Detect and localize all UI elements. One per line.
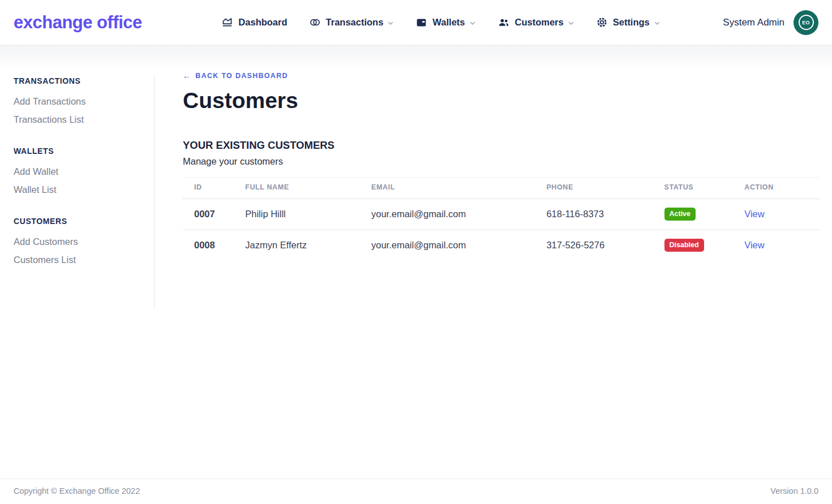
customer-email: your.email@gmail.com [371, 199, 546, 230]
main-content: ← Back to dashboard Customers YOUR EXIST… [155, 45, 832, 479]
nav-item-transactions[interactable]: Transactions [309, 16, 394, 28]
view-customer-link[interactable]: View [744, 240, 764, 250]
user-avatar[interactable]: EO [794, 10, 818, 35]
wallets-icon [415, 16, 427, 28]
sidebar-section-title: WALLETS [14, 147, 143, 156]
customer-full-name: Philip Hilll [245, 199, 371, 230]
back-arrow-icon: ← [183, 71, 191, 80]
customer-phone: 317-526-5276 [546, 230, 664, 261]
sidebar-section-title: CUSTOMERS [14, 217, 143, 226]
sidebar-item-transactions-list[interactable]: Transactions List [14, 111, 143, 129]
nav-label: Wallets [432, 17, 465, 28]
nav-item-customers[interactable]: Customers [498, 16, 574, 28]
avatar-monogram: EO [799, 15, 814, 30]
sidebar-inner: TRANSACTIONS Add Transactions Transactio… [0, 75, 155, 309]
sidebar-section-customers: CUSTOMERS Add Customers Customers List [14, 217, 143, 269]
section-title: YOUR EXISTING CUSTOMERS [183, 139, 820, 152]
top-header: exchange office Dashboard Transactions W… [0, 0, 832, 45]
nav-item-dashboard[interactable]: Dashboard [221, 16, 287, 28]
sidebar-item-add-transactions[interactable]: Add Transactions [14, 93, 143, 111]
page-body: TRANSACTIONS Add Transactions Transactio… [0, 45, 832, 479]
version-text: Version 1.0.0 [770, 486, 818, 496]
page-footer: Copyright © Exchange Office 2022 Version… [0, 479, 832, 504]
transactions-icon [309, 16, 321, 28]
nav-label: Transactions [326, 17, 384, 28]
page-title: Customers [183, 88, 820, 113]
nav-item-settings[interactable]: Settings [596, 16, 661, 28]
column-header-full-name: FULL NAME [245, 178, 371, 199]
nav-item-wallets[interactable]: Wallets [415, 16, 475, 28]
customer-phone: 618-116-8373 [546, 199, 664, 230]
column-header-email: EMAIL [371, 178, 546, 199]
back-to-dashboard-link[interactable]: ← Back to dashboard [183, 71, 288, 80]
back-link-label: Back to dashboard [195, 72, 288, 80]
sidebar: TRANSACTIONS Add Transactions Transactio… [0, 45, 155, 479]
sidebar-item-add-wallet[interactable]: Add Wallet [14, 163, 143, 181]
customers-table: ID FULL NAME EMAIL PHONE STATUS ACTION 0… [183, 177, 820, 261]
copyright-text: Copyright © Exchange Office 2022 [14, 486, 140, 496]
column-header-phone: PHONE [546, 178, 664, 199]
chevron-down-icon [569, 19, 574, 27]
sidebar-item-wallet-list[interactable]: Wallet List [14, 181, 143, 199]
sidebar-item-customers-list[interactable]: Customers List [14, 251, 143, 269]
sidebar-section-wallets: WALLETS Add Wallet Wallet List [14, 147, 143, 199]
customers-section-header: YOUR EXISTING CUSTOMERS Manage your cust… [183, 139, 820, 167]
column-header-id: ID [183, 178, 245, 199]
customer-full-name: Jazmyn Effertz [245, 230, 371, 261]
sidebar-item-add-customers[interactable]: Add Customers [14, 233, 143, 251]
table-row: 0007 Philip Hilll your.email@gmail.com 6… [183, 199, 820, 230]
chevron-down-icon [388, 19, 394, 27]
nav-label: Dashboard [238, 17, 287, 28]
table-header-row: ID FULL NAME EMAIL PHONE STATUS ACTION [183, 178, 820, 199]
nav-label: Customers [515, 17, 564, 28]
customer-id: 0007 [183, 199, 245, 230]
column-header-status: STATUS [664, 178, 745, 199]
status-badge: Active [664, 208, 696, 221]
section-subtitle: Manage your customers [183, 156, 820, 167]
nav-label: Settings [613, 17, 650, 28]
chevron-down-icon [655, 19, 661, 27]
app-logo[interactable]: exchange office [14, 12, 142, 33]
view-customer-link[interactable]: View [744, 209, 764, 219]
settings-icon [596, 16, 608, 28]
status-badge: Disabled [664, 239, 704, 252]
dashboard-icon [221, 16, 233, 28]
user-block: System Admin EO [723, 10, 818, 35]
customer-email: your.email@gmail.com [371, 230, 546, 261]
user-name: System Admin [723, 17, 784, 28]
customer-id: 0008 [183, 230, 245, 261]
sidebar-section-title: TRANSACTIONS [14, 76, 143, 85]
main-nav: Dashboard Transactions Wallets Customers… [204, 16, 660, 28]
chevron-down-icon [470, 19, 476, 27]
customers-icon [498, 16, 510, 28]
table-row: 0008 Jazmyn Effertz your.email@gmail.com… [183, 230, 820, 261]
column-header-action: ACTION [744, 178, 820, 199]
sidebar-section-transactions: TRANSACTIONS Add Transactions Transactio… [14, 76, 143, 129]
